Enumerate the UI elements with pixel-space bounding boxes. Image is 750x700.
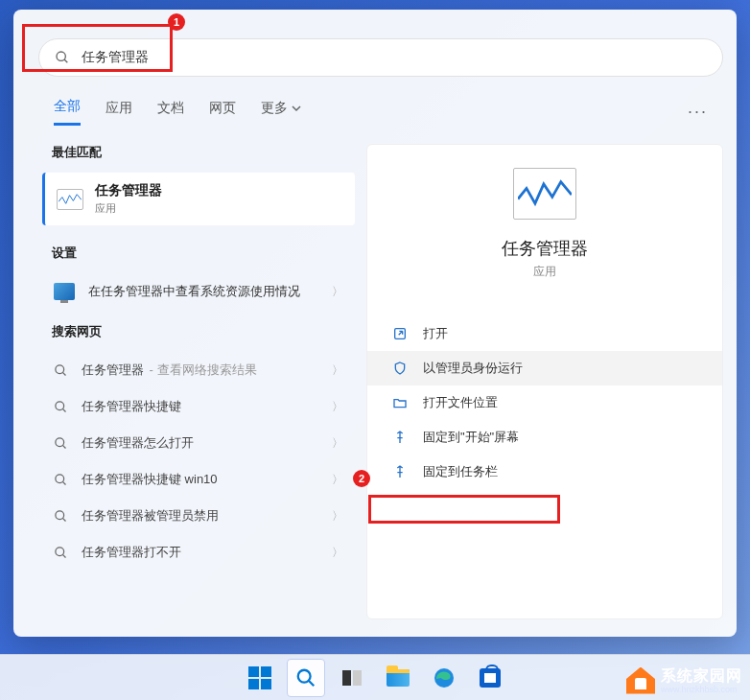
search-icon	[54, 546, 68, 560]
best-match-subtitle: 应用	[95, 201, 162, 216]
chevron-right-icon: 〉	[332, 435, 343, 452]
svg-point-10	[56, 511, 64, 520]
chevron-down-icon	[292, 104, 301, 113]
tab-more-label: 更多	[261, 100, 288, 117]
svg-line-13	[62, 554, 65, 557]
taskbar-store-button[interactable]	[471, 659, 509, 697]
svg-point-6	[56, 438, 64, 447]
svg-line-11	[62, 518, 65, 521]
settings-item-label: 在任务管理器中查看系统资源使用情况	[88, 283, 318, 300]
folder-icon	[392, 395, 408, 410]
web-result-0[interactable]: 任务管理器 - 查看网络搜索结果 〉	[42, 352, 355, 388]
task-manager-icon	[57, 189, 83, 210]
svg-line-3	[62, 372, 65, 375]
web-result-text: 任务管理器快捷键 win10	[82, 471, 218, 488]
search-icon	[54, 436, 68, 451]
watermark-logo-icon	[626, 667, 655, 694]
web-result-text: 任务管理器快捷键	[82, 398, 181, 415]
chevron-right-icon: 〉	[332, 508, 343, 525]
store-icon	[480, 668, 501, 688]
web-result-text: 任务管理器打不开	[82, 544, 181, 561]
search-icon	[54, 363, 68, 378]
preview-title: 任务管理器	[367, 237, 722, 260]
action-open[interactable]: 打开	[367, 316, 722, 351]
filter-tabs: 全部 应用 文档 网页 更多	[54, 98, 301, 126]
svg-point-15	[298, 669, 311, 682]
shield-icon	[392, 361, 408, 376]
chevron-right-icon: 〉	[332, 284, 343, 300]
action-pin-taskbar[interactable]: 固定到任务栏	[367, 455, 722, 489]
search-icon	[295, 667, 316, 688]
taskbar-search-button[interactable]	[287, 659, 325, 697]
action-label: 打开	[423, 325, 448, 342]
results-left-column: 最佳匹配 任务管理器 应用 设置 在任务管理器中查看系统资源使用情况 〉 搜索网…	[42, 144, 355, 571]
action-run-as-admin[interactable]: 以管理员身份运行	[367, 351, 722, 385]
search-input[interactable]	[82, 50, 707, 65]
best-match-item[interactable]: 任务管理器 应用	[42, 173, 355, 225]
search-icon	[55, 50, 70, 65]
file-explorer-icon	[387, 669, 410, 687]
tab-apps[interactable]: 应用	[105, 100, 132, 125]
windows-logo-icon	[248, 666, 271, 689]
search-icon	[54, 400, 68, 414]
action-label: 固定到"开始"屏幕	[423, 429, 519, 446]
start-button[interactable]	[241, 659, 279, 697]
web-result-text: 任务管理器	[82, 362, 144, 377]
chevron-right-icon: 〉	[332, 399, 343, 415]
section-best-match: 最佳匹配	[42, 144, 355, 161]
search-icon	[54, 509, 68, 524]
open-icon	[392, 326, 408, 341]
action-label: 打开文件位置	[423, 394, 498, 411]
action-label: 以管理员身份运行	[423, 360, 523, 377]
watermark: 系统家园网 www.hnzkhbsb.com	[626, 666, 742, 694]
taskbar-explorer-button[interactable]	[379, 659, 417, 697]
web-result-text: 任务管理器怎么打开	[82, 434, 194, 452]
section-settings: 设置	[42, 245, 355, 262]
web-result-1[interactable]: 任务管理器快捷键 〉	[42, 388, 355, 425]
svg-point-4	[56, 402, 64, 410]
chevron-right-icon: 〉	[332, 545, 343, 561]
action-list: 打开 以管理员身份运行 打开文件位置 固定到"开始"屏幕 固定到任务栏	[367, 316, 722, 489]
annotation-badge-1: 1	[168, 13, 185, 31]
web-result-hint: - 查看网络搜索结果	[146, 362, 257, 377]
svg-point-12	[56, 548, 64, 556]
chevron-right-icon: 〉	[332, 472, 343, 488]
tab-all[interactable]: 全部	[54, 98, 81, 126]
web-result-text: 任务管理器被管理员禁用	[82, 507, 219, 525]
svg-line-5	[62, 408, 65, 411]
watermark-url: www.hnzkhbsb.com	[661, 685, 742, 694]
action-pin-start[interactable]: 固定到"开始"屏幕	[367, 420, 722, 455]
svg-point-8	[56, 475, 64, 483]
task-manager-icon	[513, 168, 576, 220]
best-match-title: 任务管理器	[95, 182, 162, 199]
watermark-title: 系统家园网	[661, 666, 742, 687]
web-result-4[interactable]: 任务管理器被管理员禁用 〉	[42, 498, 355, 534]
web-result-3[interactable]: 任务管理器快捷键 win10 〉	[42, 461, 355, 498]
section-search-web: 搜索网页	[42, 323, 355, 340]
chevron-right-icon: 〉	[332, 362, 343, 379]
svg-line-16	[309, 680, 315, 686]
svg-line-7	[62, 445, 65, 448]
svg-point-2	[56, 365, 64, 374]
web-result-5[interactable]: 任务管理器打不开 〉	[42, 534, 355, 571]
taskbar-taskview-button[interactable]	[333, 659, 371, 697]
taskbar-edge-button[interactable]	[425, 659, 463, 697]
pin-icon	[392, 430, 408, 445]
search-bar-container	[38, 38, 723, 77]
overflow-menu-icon[interactable]: ···	[688, 102, 708, 122]
tab-docs[interactable]: 文档	[157, 100, 184, 125]
web-result-2[interactable]: 任务管理器怎么打开 〉	[42, 425, 355, 461]
pin-icon	[392, 464, 408, 479]
search-bar[interactable]	[38, 38, 723, 77]
annotation-badge-2: 2	[353, 470, 370, 487]
tab-web[interactable]: 网页	[209, 100, 236, 125]
preview-panel: 任务管理器 应用 打开 以管理员身份运行 打开文件位置 固定到"开始"屏幕	[366, 144, 723, 619]
settings-item-resource-usage[interactable]: 在任务管理器中查看系统资源使用情况 〉	[42, 273, 355, 310]
action-open-location[interactable]: 打开文件位置	[367, 385, 722, 420]
edge-icon	[433, 666, 456, 689]
tab-more[interactable]: 更多	[261, 100, 301, 125]
svg-line-1	[64, 59, 67, 62]
svg-line-9	[62, 481, 65, 484]
preview-subtitle: 应用	[367, 264, 722, 280]
taskview-icon	[342, 668, 362, 688]
